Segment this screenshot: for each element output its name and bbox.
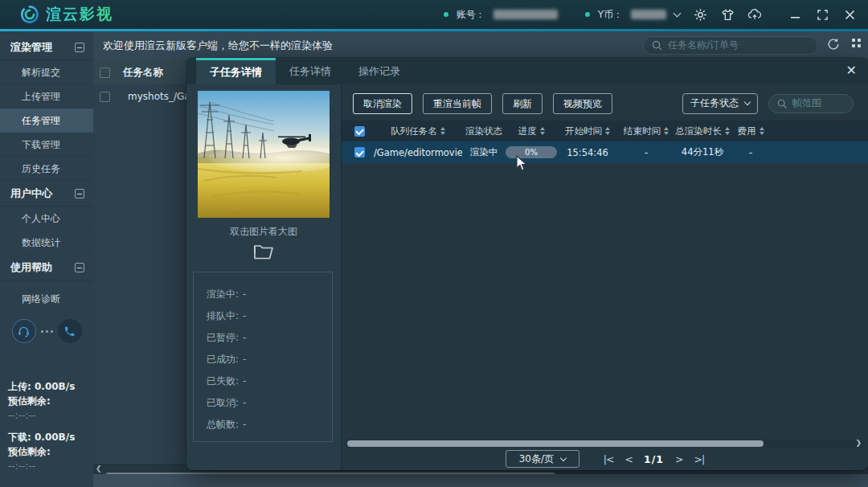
frame-preview-image[interactable] xyxy=(198,91,330,218)
ycoin-value-redacted xyxy=(631,10,666,19)
next-page-button[interactable]: > xyxy=(675,453,682,465)
settings-gear-icon[interactable] xyxy=(693,7,707,22)
stat-total-frames: 总帧数:- xyxy=(207,414,332,436)
start-time-header: 开始时间 xyxy=(565,125,602,137)
account-value-redacted xyxy=(493,10,558,19)
phone-icon[interactable] xyxy=(58,319,82,343)
sort-icon[interactable] xyxy=(725,127,730,135)
apps-grid-icon[interactable] xyxy=(852,39,861,47)
download-eta-label: 预估剩余: xyxy=(8,444,75,459)
sidebar: 渲染管理 解析提交 上传管理 任务管理 下载管理 历史任务 用户中心 个人中心 … xyxy=(0,31,93,487)
collapse-icon[interactable] xyxy=(75,263,84,272)
frame-search-input[interactable]: 帧范围 xyxy=(768,94,854,113)
first-page-button[interactable]: |< xyxy=(604,453,614,465)
cloud-sync-icon[interactable] xyxy=(747,7,762,22)
transfer-stats: 上传: 0.00B/s 预估剩余: --:--:-- 下载: 0.00B/s 预… xyxy=(8,379,75,481)
sidebar-group-help[interactable]: 使用帮助 xyxy=(0,255,93,280)
sidebar-item-network-diagnosis[interactable]: 网络诊断 xyxy=(0,287,93,311)
open-folder-icon[interactable] xyxy=(186,243,341,264)
row-checkbox[interactable] xyxy=(354,147,365,158)
account-label: 账号： xyxy=(457,8,485,22)
sidebar-item-upload-management[interactable]: 上传管理 xyxy=(0,84,93,108)
progress-header: 进度 xyxy=(518,125,537,137)
scrollbar-thumb[interactable] xyxy=(347,440,764,447)
sort-icon[interactable] xyxy=(605,127,610,135)
sidebar-group-label: 使用帮助 xyxy=(10,261,52,273)
sidebar-item-parse-submit[interactable]: 解析提交 xyxy=(0,60,93,84)
maximize-icon[interactable] xyxy=(815,7,829,22)
subtask-status-filter[interactable]: 子任务状态 xyxy=(682,93,758,114)
stat-failed: 已失败:- xyxy=(207,370,332,392)
sidebar-item-task-management[interactable]: 任务管理 xyxy=(0,108,93,133)
thumbnail-hint: 双击图片看大图 xyxy=(186,225,341,239)
dialog-toolbar: 取消渲染 重渲当前帧 刷新 视频预览 子任务状态 帧范围 xyxy=(353,92,854,114)
theme-skin-icon[interactable] xyxy=(720,7,735,22)
cancel-render-button[interactable]: 取消渲染 xyxy=(353,93,412,114)
tab-subtask-detail[interactable]: 子任务详情 xyxy=(196,58,276,84)
close-window-icon[interactable] xyxy=(842,7,857,22)
chevron-down-icon[interactable] xyxy=(674,10,682,18)
sort-icon[interactable] xyxy=(540,127,545,135)
render-status-header: 渲染状态 xyxy=(465,125,502,137)
scroll-left-icon[interactable]: ❮ xyxy=(96,464,102,473)
frame-stats-box: 渲染中:- 排队中:- 已暂停:- 已成功:- 已失败:- 已取消:- 总帧数:… xyxy=(193,272,333,442)
tab-task-detail[interactable]: 任务详情 xyxy=(276,58,345,84)
search-icon xyxy=(777,99,787,108)
app-logo: 渲云影视 xyxy=(21,4,113,25)
refresh-icon[interactable] xyxy=(826,37,842,53)
last-page-button[interactable]: >| xyxy=(694,453,704,465)
download-speed: 0.00B/s xyxy=(35,432,75,443)
close-icon[interactable]: ✕ xyxy=(846,63,857,79)
stat-queued: 排队中:- xyxy=(207,305,332,327)
titlebar: 渲云影视 账号： Y币： xyxy=(0,0,868,29)
app-title: 渲云影视 xyxy=(46,4,113,25)
dialog-horizontal-scrollbar[interactable]: ❯ xyxy=(346,440,864,448)
queue-task-name-header: 队列任务名 xyxy=(391,125,437,137)
sidebar-item-history-tasks[interactable]: 历史任务 xyxy=(0,157,93,181)
fee-header: 费用 xyxy=(738,125,756,137)
sort-icon[interactable] xyxy=(664,127,669,135)
account-status-dot xyxy=(444,12,448,17)
minimize-icon[interactable] xyxy=(788,7,802,22)
row-checkbox[interactable] xyxy=(100,92,110,102)
stat-rendering: 渲染中:- xyxy=(207,284,332,305)
select-all-checkbox[interactable] xyxy=(100,68,110,78)
sidebar-group-user-center[interactable]: 用户中心 xyxy=(0,181,93,207)
upload-speed: 0.00B/s xyxy=(35,381,75,392)
page-size-select[interactable]: 30条/页 xyxy=(506,450,579,468)
task-name-header: 任务名称 xyxy=(123,66,163,80)
sort-icon[interactable] xyxy=(760,127,764,135)
ycoin-status-dot xyxy=(585,12,590,17)
video-preview-button[interactable]: 视频预览 xyxy=(553,93,612,114)
collapse-icon[interactable] xyxy=(75,189,84,198)
collapse-icon[interactable] xyxy=(75,43,84,52)
sidebar-item-data-statistics[interactable]: 数据统计 xyxy=(0,231,93,255)
sidebar-group-label: 渲染管理 xyxy=(10,41,52,53)
pagination-bar: 30条/页 |< < 1/1 > >| xyxy=(342,449,868,469)
prev-page-button[interactable]: < xyxy=(625,453,633,465)
upload-label: 上传: xyxy=(8,381,31,392)
sidebar-item-download-management[interactable]: 下载管理 xyxy=(0,133,93,157)
subtask-detail-dialog: 子任务详情 任务详情 操作记录 ✕ xyxy=(186,58,868,470)
subtask-row[interactable]: /Game/editormoviepi... 渲染中 0% 15:54:46 -… xyxy=(342,141,868,163)
stat-paused: 已暂停:- xyxy=(207,327,332,349)
sort-icon[interactable] xyxy=(440,127,445,135)
refresh-button[interactable]: 刷新 xyxy=(502,93,542,114)
dialog-left-panel: 双击图片看大图 渲染中:- 排队中:- 已暂停:- 已成功:- 已失败:- 已取… xyxy=(186,84,342,470)
frame-search-placeholder: 帧范围 xyxy=(792,96,821,110)
scroll-right-icon[interactable]: ❯ xyxy=(855,439,862,447)
fee-cell: - xyxy=(731,147,771,158)
app-window: 渲云影视 账号： Y币： xyxy=(0,0,868,487)
sidebar-item-personal-center[interactable]: 个人中心 xyxy=(0,207,93,231)
sidebar-group-render-management[interactable]: 渲染管理 xyxy=(0,35,93,60)
customer-support-icon[interactable] xyxy=(12,319,36,343)
page-indicator: 1/1 xyxy=(644,453,664,465)
tab-operation-log[interactable]: 操作记录 xyxy=(345,58,414,84)
ycoin-label: Y币： xyxy=(598,8,623,22)
rerender-current-frame-button[interactable]: 重渲当前帧 xyxy=(423,93,492,114)
select-all-checkbox[interactable] xyxy=(354,126,365,137)
subtask-table-header: 队列任务名 渲染状态 进度 开始时间 结束时间 总渲染时长 费用 xyxy=(342,121,868,141)
task-search-input[interactable]: 任务名称/订单号 xyxy=(643,36,818,55)
app-logo-icon xyxy=(21,6,39,23)
stat-succeeded: 已成功:- xyxy=(207,349,332,370)
